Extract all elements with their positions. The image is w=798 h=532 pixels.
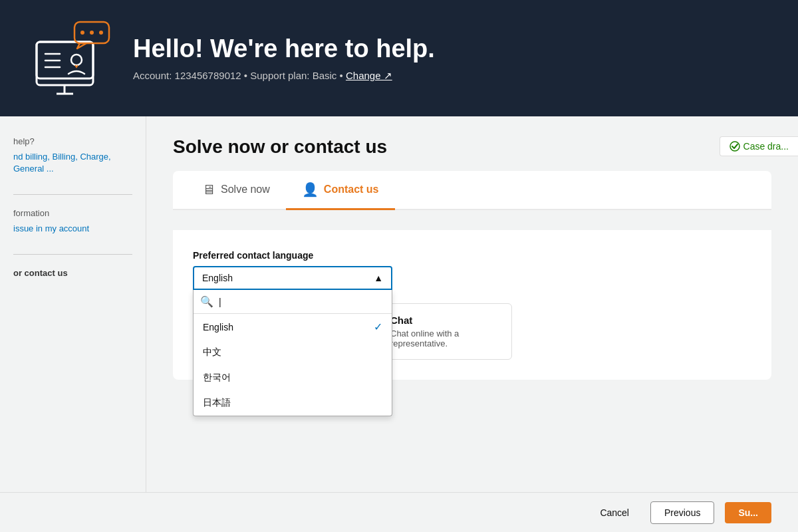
dropdown-option-english[interactable]: English ✓ <box>194 314 392 340</box>
dropdown-search-container: 🔍 <box>194 290 392 314</box>
contact-us-icon: 👤 <box>302 182 319 198</box>
chat-title: Chat <box>390 315 501 326</box>
submit-button[interactable]: Su... <box>725 502 771 523</box>
main-content: Solve now or contact us Case dra... 🖥 So… <box>146 116 798 532</box>
sidebar-section-2: formation issue in my account <box>13 208 132 234</box>
check-icon: ✓ <box>374 321 382 333</box>
tab-solve-now[interactable]: 🖥 Solve now <box>186 171 286 210</box>
case-draft-badge: Case dra... <box>720 136 798 156</box>
language-dropdown-menu: 🔍 English ✓ 中文 한국어 日本語 <box>193 290 392 416</box>
svg-point-7 <box>71 55 82 65</box>
option-korean-label: 한국어 <box>203 372 231 384</box>
dropdown-option-japanese[interactable]: 日本語 <box>194 390 392 416</box>
header-illustration <box>27 15 113 102</box>
tab-contact-us-label: Contact us <box>324 184 379 196</box>
tab-solve-now-label: Solve now <box>221 184 270 196</box>
option-english-label: English <box>203 322 233 332</box>
change-link[interactable]: Change ↗ <box>346 70 392 81</box>
header-subtitle: Account: 123456789012 • Support plan: Ba… <box>133 70 435 82</box>
search-icon: 🔍 <box>200 295 213 308</box>
sidebar-divider <box>13 194 132 195</box>
sidebar: help? nd billing, Billing, Charge, Gener… <box>0 116 146 532</box>
sidebar-section-1: help? nd billing, Billing, Charge, Gener… <box>13 136 132 174</box>
tabs-container: 🖥 Solve now 👤 Contact us <box>173 171 771 210</box>
language-dropdown-selected[interactable]: English ▲ <box>193 266 392 290</box>
sidebar-contact-label: or contact us <box>13 268 132 278</box>
form-card: Preferred contact language English ▲ 🔍 E… <box>173 230 771 380</box>
main-layout: help? nd billing, Billing, Charge, Gener… <box>0 116 798 532</box>
svg-point-11 <box>99 31 103 35</box>
solve-now-icon: 🖥 <box>202 182 215 198</box>
language-label: Preferred contact language <box>193 250 751 261</box>
sidebar-divider-2 <box>13 254 132 255</box>
cancel-button[interactable]: Cancel <box>589 502 640 523</box>
sidebar-information-label: formation <box>13 208 132 218</box>
tab-contact-us[interactable]: 👤 Contact us <box>286 171 395 210</box>
previous-button[interactable]: Previous <box>650 501 714 524</box>
chat-description: Chat online with a representative. <box>390 329 501 348</box>
chat-card-content: Chat Chat online with a representative. <box>390 315 501 348</box>
svg-point-10 <box>90 31 94 35</box>
page-header: Hello! We're here to help. Account: 1234… <box>0 0 798 116</box>
svg-point-9 <box>80 31 84 35</box>
footer-bar: Cancel Previous Su... <box>0 492 798 532</box>
option-japanese-label: 日本語 <box>203 397 231 409</box>
selected-language-text: English <box>202 273 233 283</box>
sidebar-billing-link[interactable]: nd billing, Billing, Charge, General ... <box>13 152 111 174</box>
dropdown-option-chinese[interactable]: 中文 <box>194 340 392 365</box>
sidebar-issue-link[interactable]: issue in my account <box>13 223 89 233</box>
dropdown-option-korean[interactable]: 한국어 <box>194 365 392 390</box>
page-title: Solve now or contact us <box>173 136 771 158</box>
header-title: Hello! We're here to help. <box>133 35 435 63</box>
dropdown-arrow-up-icon: ▲ <box>374 273 383 283</box>
language-dropdown-wrapper: English ▲ 🔍 English ✓ 中文 <box>193 266 392 290</box>
sidebar-section-3: or contact us <box>13 268 132 278</box>
header-text-block: Hello! We're here to help. Account: 1234… <box>133 35 435 82</box>
dropdown-search-input[interactable] <box>219 297 385 307</box>
sidebar-help-label: help? <box>13 136 132 146</box>
case-draft-text: Case dra... <box>743 141 789 152</box>
option-chinese-label: 中文 <box>203 346 221 358</box>
